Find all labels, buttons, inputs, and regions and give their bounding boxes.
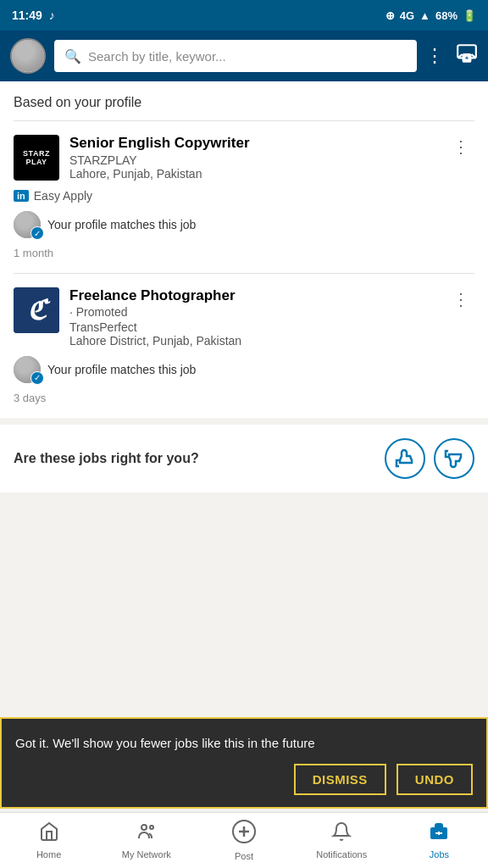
- nav-label-post: Post: [235, 851, 253, 861]
- nav-label-notifications: Notifications: [316, 849, 367, 860]
- jobs-question-title: Are these jobs right for you?: [14, 451, 199, 466]
- job-age-1: 1 month: [14, 247, 474, 259]
- feedback-dislike-button[interactable]: [385, 438, 425, 479]
- job-company-2: TransPerfect: [69, 320, 437, 334]
- job-more-options-1[interactable]: ⋮: [447, 135, 474, 159]
- profile-match-row-1: ✓ Your profile matches this job: [14, 211, 474, 238]
- job-title-1: Senior English Copywriter: [69, 135, 437, 152]
- search-icon: 🔍: [64, 48, 81, 64]
- company-logo-transperfect: ℭ: [14, 287, 59, 333]
- jobs-question-section: Are these jobs right for you?: [0, 425, 488, 492]
- nav-item-post[interactable]: Post: [195, 813, 292, 868]
- easy-apply-row-1: in Easy Apply: [14, 189, 474, 203]
- battery-icon: 🔋: [463, 9, 476, 22]
- toast-actions: DISMISS UNDO: [15, 764, 473, 795]
- toolbar: 🔍 Search by title, keywor... ⋮ +: [0, 31, 488, 81]
- status-battery: 68%: [435, 9, 458, 22]
- signal-icon: ▲: [419, 9, 430, 22]
- feedback-buttons: [385, 438, 474, 479]
- profile-avatar[interactable]: [10, 38, 46, 74]
- transperfect-logo-text: ℭ: [14, 287, 59, 333]
- status-time: 11:49: [12, 8, 42, 22]
- status-bar: 11:49 ♪ ⊕ 4G ▲ 68% 🔋: [0, 0, 488, 31]
- post-icon: [232, 820, 256, 849]
- match-avatar-1: ✓: [14, 211, 41, 238]
- notifications-icon: [331, 821, 352, 847]
- toolbar-icons: ⋮ +: [425, 42, 478, 70]
- starzplay-logo-text: STARZPLAY: [14, 135, 59, 181]
- svg-text:+: +: [465, 54, 469, 62]
- feedback-like-button[interactable]: [434, 438, 474, 479]
- nav-item-notifications[interactable]: Notifications: [293, 813, 391, 868]
- home-icon: [39, 821, 59, 847]
- search-bar[interactable]: 🔍 Search by title, keywor...: [54, 40, 417, 72]
- linkedin-badge-1: in: [14, 190, 29, 202]
- nav-label-mynetwork: My Network: [122, 849, 171, 860]
- messages-icon[interactable]: +: [456, 42, 478, 70]
- nav-label-jobs: Jobs: [430, 849, 449, 860]
- match-text-1: Your profile matches this job: [47, 218, 196, 231]
- match-text-2: Your profile matches this job: [47, 363, 196, 376]
- status-network: 4G: [400, 9, 414, 22]
- jobs-icon: [429, 821, 449, 847]
- toast-message: Got it. We'll show you fewer jobs like t…: [15, 734, 473, 752]
- job-title-2: Freelance Photographer: [69, 287, 437, 304]
- mynetwork-icon: [136, 821, 157, 847]
- job-promoted-2: · Promoted: [69, 305, 437, 319]
- nav-label-home: Home: [36, 849, 61, 860]
- job-card-1[interactable]: STARZPLAY Senior English Copywriter STAR…: [0, 121, 488, 273]
- nav-item-home[interactable]: Home: [0, 813, 97, 868]
- company-logo-starzplay: STARZPLAY: [14, 135, 59, 181]
- dismiss-button[interactable]: DISMISS: [294, 764, 386, 795]
- job-info-1: Senior English Copywriter STARZPLAY Laho…: [69, 135, 437, 181]
- search-input-placeholder: Search by title, keywor...: [88, 49, 226, 64]
- job-info-2: Freelance Photographer · Promoted TransP…: [69, 287, 437, 347]
- check-badge-1: ✓: [30, 226, 44, 240]
- job-more-options-2[interactable]: ⋮: [447, 287, 474, 311]
- check-badge-2: ✓: [30, 371, 44, 385]
- job-location-2: Lahore District, Punjab, Pakistan: [69, 334, 437, 348]
- bottom-nav: Home My Network Post: [0, 812, 488, 868]
- more-options-icon[interactable]: ⋮: [425, 45, 444, 67]
- music-icon: ♪: [49, 8, 55, 22]
- job-company-1: STARZPLAY: [69, 153, 437, 167]
- undo-button[interactable]: UNDO: [396, 764, 473, 795]
- nav-item-jobs[interactable]: Jobs: [391, 813, 488, 868]
- svg-point-5: [141, 825, 147, 830]
- svg-point-6: [150, 826, 153, 829]
- job-card-2[interactable]: ℭ Freelance Photographer · Promoted Tran…: [0, 274, 488, 417]
- job-location-1: Lahore, Punjab, Pakistan: [69, 167, 437, 181]
- profile-match-row-2: ✓ Your profile matches this job: [14, 356, 474, 383]
- match-avatar-2: ✓: [14, 356, 41, 383]
- easy-apply-text-1: Easy Apply: [34, 189, 92, 203]
- nav-item-mynetwork[interactable]: My Network: [97, 813, 195, 868]
- toast-overlay: Got it. We'll show you fewer jobs like t…: [0, 717, 488, 809]
- main-content: Based on your profile STARZPLAY Senior E…: [0, 81, 488, 492]
- status-network-ring: ⊕: [385, 9, 395, 22]
- section-title: Based on your profile: [0, 81, 488, 120]
- job-age-2: 3 days: [14, 392, 474, 404]
